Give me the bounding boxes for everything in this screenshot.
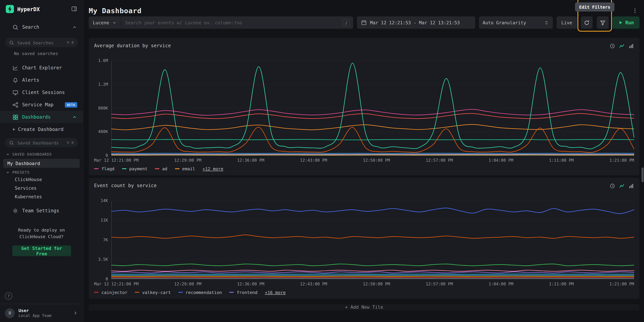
plot-area[interactable] <box>111 197 634 280</box>
legend-item[interactable]: payment <box>122 166 147 171</box>
create-dashboard-label: + Create Dashboard <box>12 126 64 132</box>
preset-item-services[interactable]: Services <box>3 184 80 193</box>
preset-item-kubernetes[interactable]: Kubernetes <box>3 193 80 201</box>
bar-chart-button[interactable] <box>628 182 634 189</box>
line-chart-button[interactable] <box>619 182 625 189</box>
preset-item-clickhouse[interactable]: ClickHouse <box>3 175 80 184</box>
dashboard-menu-button[interactable] <box>630 6 640 15</box>
scrollbar-thumb[interactable] <box>642 167 644 182</box>
legend-item[interactable]: email <box>175 166 195 171</box>
user-menu[interactable]: U User Local App Team <box>0 304 83 322</box>
legend-more-link[interactable]: +16 more <box>265 290 286 295</box>
x-tick-label: 1:11:00 PM <box>549 281 574 286</box>
x-tick-label: 12:50:00 PM <box>363 281 390 286</box>
search-icon <box>9 40 14 45</box>
y-tick-label: 0 <box>106 277 108 281</box>
user-team: Local App Team <box>18 313 69 318</box>
line-chart-icon <box>619 183 625 189</box>
x-tick-label: 1:11:00 PM <box>549 158 574 162</box>
legend-item[interactable]: ad <box>155 166 168 171</box>
x-tick-label: 12:57:00 PM <box>426 281 453 286</box>
y-tick-label: 1.2M <box>98 82 108 87</box>
legend-more-link[interactable]: +12 more <box>202 166 224 171</box>
legend-item[interactable]: flagd <box>94 166 114 171</box>
time-range-button[interactable] <box>610 182 615 189</box>
saved-searches-shortcut: ⌘ K <box>67 40 74 45</box>
legend-item[interactable]: recommendation <box>178 290 222 295</box>
bar-chart-button[interactable] <box>628 42 634 49</box>
tile-icon-group <box>610 42 634 49</box>
sidebar-item-chart-explorer[interactable]: Chart Explorer <box>0 62 83 74</box>
run-label: Run <box>626 20 634 25</box>
live-button[interactable]: Live <box>556 16 577 29</box>
sidebar-item-label: Service Map <box>22 102 53 107</box>
x-tick-label: 12:36:00 PM <box>237 281 264 286</box>
date-range-value: Mar 12 12:21:53 - Mar 12 13:21:53 <box>370 20 460 25</box>
date-range-picker[interactable]: Mar 12 12:21:53 - Mar 12 13:21:53 <box>357 16 475 29</box>
avatar: U <box>5 308 15 318</box>
add-new-tile-button[interactable]: + Add New Tile <box>89 304 640 310</box>
sidebar-collapse-button[interactable] <box>71 5 77 12</box>
y-axis: 14K11K7K3.5K0 <box>94 197 111 280</box>
monitor-icon <box>12 89 18 95</box>
presets-section-header[interactable]: PRESETS <box>0 170 83 175</box>
line-chart-button[interactable] <box>619 42 625 49</box>
tile-header: Average duration by service <box>94 42 634 49</box>
y-tick-label: 14K <box>101 198 108 203</box>
saved-searches-field[interactable] <box>16 40 64 45</box>
sidebar-item-label: Dashboards <box>22 114 50 120</box>
hyperdx-logo-icon <box>6 5 14 13</box>
sidebar: HyperDX Search ⌘ K No saved se <box>0 0 84 322</box>
edit-filters-button[interactable] <box>597 16 609 29</box>
saved-dashboards-input[interactable]: ⌘ K <box>5 138 78 147</box>
search-group: Lucene / <box>89 16 353 29</box>
y-tick-label: 11K <box>101 218 108 223</box>
search-input[interactable] <box>124 19 339 26</box>
x-tick-label: 1:04:00 PM <box>489 158 513 162</box>
sidebar-item-service-map[interactable]: Service Map BETA <box>0 99 83 111</box>
chart-legend: cainjectorvalkey-cartrecommendationfront… <box>94 289 634 296</box>
time-range-button[interactable] <box>610 42 615 49</box>
create-dashboard-button[interactable]: + Create Dashboard <box>0 123 83 135</box>
y-tick-label: 7K <box>103 238 108 242</box>
get-started-button[interactable]: Get Started for Free <box>12 245 71 256</box>
saved-dashboards-section-header[interactable]: SAVED DASHBOARDS <box>0 152 83 157</box>
saved-dashboards-shortcut: ⌘ K <box>67 140 74 145</box>
y-tick-label: 0 <box>106 153 108 158</box>
y-tick-label: 400K <box>98 129 108 134</box>
sidebar-item-search[interactable]: Search <box>0 21 83 33</box>
plot-area[interactable] <box>111 57 634 156</box>
search-icon <box>9 140 14 145</box>
sidebar-item-client-sessions[interactable]: Client Sessions <box>0 86 83 99</box>
x-tick-label: 1:04:00 PM <box>489 281 513 286</box>
sidebar-item-team-settings[interactable]: Team Settings <box>0 204 83 217</box>
legend-item[interactable]: valkey-cart <box>135 290 171 295</box>
edit-filters-tooltip: Edit Filters <box>575 2 614 12</box>
x-tick-label: 12:36:00 PM <box>237 158 264 162</box>
saved-dashboards-field[interactable] <box>16 140 64 145</box>
x-tick-label: 12:29:00 PM <box>174 158 202 162</box>
sidebar-item-alerts[interactable]: Alerts <box>0 74 83 86</box>
run-button[interactable]: Run <box>612 16 640 29</box>
clickhouse-cloud-promo-text: Ready to deploy on ClickHouse Cloud? <box>8 227 76 240</box>
line-chart-icon <box>619 43 625 49</box>
saved-searches-input[interactable]: ⌘ K <box>5 38 78 47</box>
page-title: My Dashboard <box>89 6 142 15</box>
sidebar-item-label: Search <box>22 24 39 30</box>
x-tick-label: 12:29:00 PM <box>174 281 202 286</box>
sidebar-item-label: Client Sessions <box>22 89 65 95</box>
y-tick-label: 1.6M <box>98 58 108 63</box>
edit-filters-highlight-group: Edit Filters <box>581 16 608 29</box>
refresh-button[interactable] <box>581 16 593 29</box>
saved-dashboard-item[interactable]: My Dashboard <box>3 159 80 168</box>
query-language-select[interactable]: Lucene <box>89 16 121 29</box>
legend-item[interactable]: cainjector <box>94 290 128 295</box>
help-button[interactable]: ? <box>5 292 12 300</box>
sidebar-item-dashboards[interactable]: Dashboards <box>0 111 83 123</box>
dots-vertical-icon <box>632 8 638 14</box>
chevron-down-icon <box>6 170 10 174</box>
granularity-select[interactable]: Auto Granularity <box>479 16 553 29</box>
x-tick-label: 12:57:00 PM <box>426 158 453 162</box>
legend-item[interactable]: frontend <box>229 290 258 295</box>
bar-chart-icon <box>628 43 634 49</box>
